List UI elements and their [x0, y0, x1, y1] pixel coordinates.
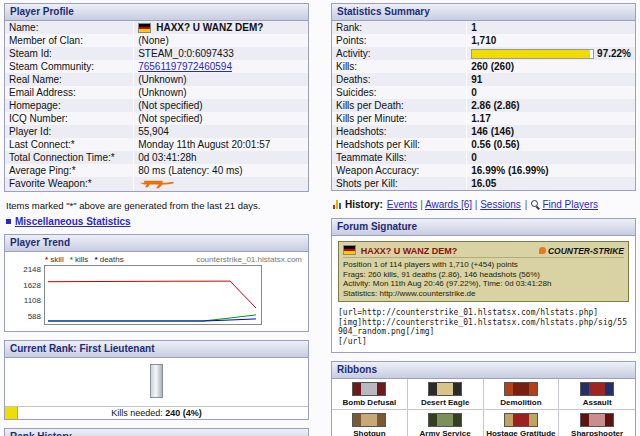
- ribbon-cell: Shotgun: [332, 410, 408, 436]
- ribbon-label: Desert Eagle: [410, 398, 481, 407]
- stats-value-text: 1: [471, 22, 477, 33]
- ribbon-icon-hostage-gratitude: [504, 413, 538, 427]
- steam-community-link[interactable]: 76561197972460594: [138, 61, 232, 72]
- stats-row-value: 0.56 (0.56): [467, 138, 635, 151]
- trend-chart: * skill* kills* deaths counterstrike_01.…: [5, 252, 308, 331]
- rank-history-panel: Rank History ▲ ▲: [4, 428, 309, 436]
- ribbon-icon-bomb-defusal: [352, 382, 386, 396]
- profile-row-label: Member of Clan:: [5, 34, 134, 47]
- statistics-summary-header: Statistics Summary: [332, 4, 635, 21]
- statistics-summary-panel: Statistics Summary Rank:1Points:1,710Act…: [331, 3, 636, 191]
- legend-item-skill: * skill: [45, 255, 64, 264]
- signature-image: HAXX? U WANZ DEM? COUNTER-STRIKE Positio…: [332, 236, 635, 304]
- history-label: History:: [345, 199, 383, 210]
- ribbon-label: Hostage Gratitude: [486, 429, 557, 436]
- history-link-events[interactable]: Events: [387, 199, 418, 210]
- profile-row-label: ICQ Number:: [5, 112, 134, 125]
- stats-row-value: 0: [467, 86, 635, 99]
- profile-row: Last Connect:*Monday 11th August 20:01:5…: [5, 138, 308, 151]
- stats-row: Kills:260 (260): [332, 60, 635, 73]
- left-column: Player Profile Name:HAXX? U WANZ DEM?Mem…: [4, 3, 309, 436]
- legend-marker-icon: *: [94, 255, 99, 264]
- player-trend-panel: Player Trend * skill* kills* deaths coun…: [4, 234, 309, 332]
- trend-chart-plot: [44, 265, 262, 325]
- separator: |: [472, 199, 480, 210]
- stats-row-value: 91: [467, 73, 635, 86]
- misc-stats-link[interactable]: Miscellaneous Statistics: [15, 216, 131, 227]
- profile-row-label: Email Address:: [5, 86, 134, 99]
- profile-row-value: 55,904: [134, 125, 308, 138]
- stats-row-label: Kills per Minute:: [332, 112, 467, 125]
- history-link-sessions[interactable]: Sessions: [480, 199, 521, 210]
- profile-row-label: Homepage:: [5, 99, 134, 112]
- profile-row: Email Address:(Unknown): [5, 86, 308, 99]
- activity-bar-fill: [472, 50, 589, 58]
- bbcode-line: [url=http://counterstrike_01.hlstatsx.co…: [338, 308, 629, 318]
- signature-player-name: HAXX? U WANZ DEM?: [361, 246, 458, 256]
- profile-row: Real Name:(Unknown): [5, 73, 308, 86]
- ribbon-cell: Demolition: [484, 379, 560, 410]
- legend-item-deaths: * deaths: [94, 255, 123, 264]
- ribbon-label: Army Service: [410, 429, 481, 436]
- find-players-link[interactable]: Find Players: [531, 199, 598, 210]
- stats-row-value: 16.99% (16.99%): [467, 164, 635, 177]
- ribbon-cell: Assault: [559, 379, 635, 410]
- profile-row: Member of Clan:(None): [5, 34, 308, 47]
- stats-row-label: Teammate Kills:: [332, 151, 467, 164]
- country-flag-icon: [138, 23, 151, 33]
- stats-row-value: 0: [467, 151, 635, 164]
- stats-row-label: Deaths:: [332, 73, 467, 86]
- stats-row-value: 2.86 (2.86): [467, 99, 635, 112]
- profile-row-label: Last Connect:*: [5, 138, 134, 151]
- stats-row-label: Shots per Kill:: [332, 177, 467, 190]
- trend-plot-area: 214816281108588: [11, 265, 302, 325]
- player-trend-header: Player Trend: [5, 235, 308, 252]
- stats-row-label: Weapon Accuracy:: [332, 164, 467, 177]
- stats-row-value: 260 (260): [467, 60, 635, 73]
- signature-card: HAXX? U WANZ DEM? COUNTER-STRIKE Positio…: [338, 241, 629, 302]
- stats-value-text: 0: [471, 87, 477, 98]
- bar-chart-icon: [333, 200, 341, 209]
- stats-row-label: Headshots:: [332, 125, 467, 138]
- ytick-label: 1108: [11, 296, 41, 305]
- ribbons-grid: Bomb DefusalDesert EagleDemolitionAssaul…: [332, 379, 635, 436]
- signature-line: Activity: Mon 11th Aug 20:46 (97.22%), T…: [343, 279, 624, 289]
- asterisk-note: Items marked "*" above are generated fro…: [6, 200, 307, 211]
- profile-row-label: Total Connection Time:*: [5, 151, 134, 164]
- stats-row-value: 1: [467, 21, 635, 34]
- stats-row-label: Activity:: [332, 47, 467, 60]
- profile-row-value: STEAM_0:0:6097433: [134, 47, 308, 60]
- current-rank-value: First Lieutenant: [79, 343, 154, 354]
- stats-row: Activity:97.22%: [332, 47, 635, 60]
- legend-marker-icon: *: [70, 255, 75, 264]
- profile-row-label: Name:: [5, 21, 134, 34]
- stats-row-label: Points:: [332, 34, 467, 47]
- stats-row-label: Rank:: [332, 21, 467, 34]
- profile-row-value: (Not specified): [134, 99, 308, 112]
- current-rank-label: Current Rank:: [10, 343, 77, 354]
- ribbon-label: Bomb Defusal: [334, 398, 405, 407]
- find-players-label: Find Players: [542, 199, 598, 210]
- profile-row-label: Average Ping:*: [5, 164, 134, 177]
- stats-row-value: 16.05: [467, 177, 635, 190]
- ribbon-cell: Army Service: [408, 410, 484, 436]
- signature-bbcode: [url=http://counterstrike_01.hlstatsx.co…: [338, 308, 629, 346]
- profile-row-label: Player Id:: [5, 125, 134, 138]
- ribbon-icon-sharpshooter: [580, 413, 614, 427]
- profile-row: Steam Id:STEAM_0:0:6097433: [5, 47, 308, 60]
- profile-row-value: 76561197972460594: [134, 60, 308, 73]
- profile-row-value: (Unknown): [134, 86, 308, 99]
- bullet-icon: [6, 219, 11, 224]
- signature-line: Position 1 of 114 players with 1,710 (+4…: [343, 260, 624, 270]
- profile-row-value: (None): [134, 34, 308, 47]
- stats-row-label: Kills per Death:: [332, 99, 467, 112]
- stats-row: Deaths:91: [332, 73, 635, 86]
- profile-row-label: Favorite Weapon:*: [5, 177, 134, 191]
- profile-row: Favorite Weapon:*: [5, 177, 308, 191]
- signature-header-row: HAXX? U WANZ DEM? COUNTER-STRIKE: [343, 245, 624, 258]
- stats-value-text: 0.56 (0.56): [471, 139, 519, 150]
- stats-row: Teammate Kills:0: [332, 151, 635, 164]
- stats-row: Weapon Accuracy:16.99% (16.99%): [332, 164, 635, 177]
- history-link-awards-6-[interactable]: Awards [6]: [425, 199, 472, 210]
- history-line: History: Events | Awards [6] | Sessions …: [333, 199, 634, 210]
